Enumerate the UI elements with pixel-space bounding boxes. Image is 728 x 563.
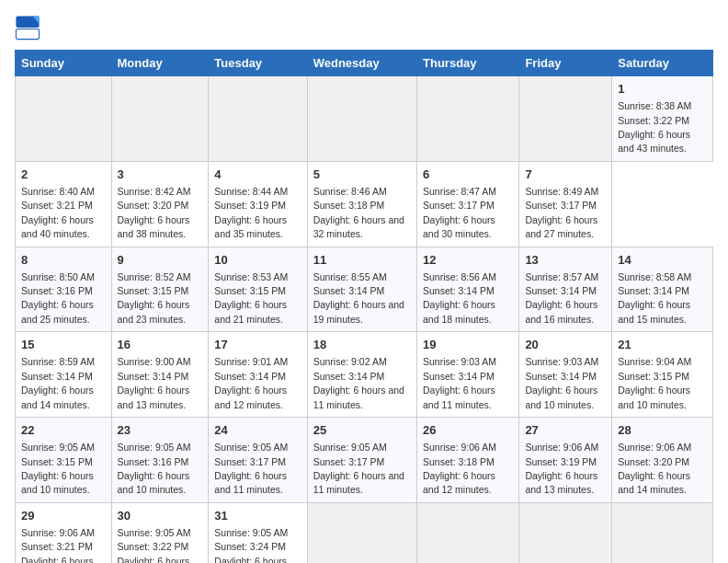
day-cell-19: 19Sunrise: 9:03 AMSunset: 3:14 PMDayligh… <box>417 332 519 418</box>
header-thursday: Thursday <box>417 51 519 76</box>
empty-cell-w5-4 <box>417 502 519 563</box>
week-row-6: 29Sunrise: 9:06 AMSunset: 3:21 PMDayligh… <box>16 502 713 563</box>
empty-cell-w5-5 <box>519 502 612 563</box>
empty-cell-w0-0 <box>16 76 112 162</box>
day-cell-30: 30Sunrise: 9:05 AMSunset: 3:22 PMDayligh… <box>111 502 209 563</box>
svg-rect-1 <box>16 29 39 39</box>
week-row-1: 1Sunrise: 8:38 AMSunset: 3:22 PMDaylight… <box>16 76 713 162</box>
day-cell-2: 2Sunrise: 8:40 AMSunset: 3:21 PMDaylight… <box>16 161 112 247</box>
week-row-4: 15Sunrise: 8:59 AMSunset: 3:14 PMDayligh… <box>16 332 713 418</box>
header-sunday: Sunday <box>16 51 112 76</box>
day-cell-14: 14Sunrise: 8:58 AMSunset: 3:14 PMDayligh… <box>612 247 713 332</box>
day-cell-29: 29Sunrise: 9:06 AMSunset: 3:21 PMDayligh… <box>16 502 112 563</box>
empty-cell-w5-6 <box>612 502 713 563</box>
calendar-body: 1Sunrise: 8:38 AMSunset: 3:22 PMDaylight… <box>16 76 713 564</box>
header-wednesday: Wednesday <box>307 51 416 76</box>
week-row-5: 22Sunrise: 9:05 AMSunset: 3:15 PMDayligh… <box>16 418 713 503</box>
day-cell-21: 21Sunrise: 9:04 AMSunset: 3:15 PMDayligh… <box>612 332 713 418</box>
day-cell-28: 28Sunrise: 9:06 AMSunset: 3:20 PMDayligh… <box>612 418 713 503</box>
day-cell-17: 17Sunrise: 9:01 AMSunset: 3:14 PMDayligh… <box>209 332 307 418</box>
day-cell-25: 25Sunrise: 9:05 AMSunset: 3:17 PMDayligh… <box>307 418 416 503</box>
day-cell-20: 20Sunrise: 9:03 AMSunset: 3:14 PMDayligh… <box>519 332 612 418</box>
day-cell-27: 27Sunrise: 9:06 AMSunset: 3:19 PMDayligh… <box>519 418 612 503</box>
header-row: SundayMondayTuesdayWednesdayThursdayFrid… <box>16 51 713 76</box>
day-cell-8: 8Sunrise: 8:50 AMSunset: 3:16 PMDaylight… <box>16 247 112 332</box>
header-tuesday: Tuesday <box>209 51 307 76</box>
empty-cell-w0-2 <box>209 76 307 162</box>
day-cell-5: 5Sunrise: 8:46 AMSunset: 3:18 PMDaylight… <box>307 161 416 247</box>
day-cell-13: 13Sunrise: 8:57 AMSunset: 3:14 PMDayligh… <box>519 247 612 332</box>
logo <box>15 15 44 40</box>
header-monday: Monday <box>111 51 209 76</box>
header-friday: Friday <box>519 51 612 76</box>
day-cell-18: 18Sunrise: 9:02 AMSunset: 3:14 PMDayligh… <box>307 332 416 418</box>
day-cell-15: 15Sunrise: 8:59 AMSunset: 3:14 PMDayligh… <box>16 332 112 418</box>
day-cell-24: 24Sunrise: 9:05 AMSunset: 3:17 PMDayligh… <box>209 418 307 503</box>
day-cell-12: 12Sunrise: 8:56 AMSunset: 3:14 PMDayligh… <box>417 247 519 332</box>
day-cell-6: 6Sunrise: 8:47 AMSunset: 3:17 PMDaylight… <box>417 161 519 247</box>
day-cell-4: 4Sunrise: 8:44 AMSunset: 3:19 PMDaylight… <box>209 161 307 247</box>
page-header <box>15 15 713 40</box>
day-cell-9: 9Sunrise: 8:52 AMSunset: 3:15 PMDaylight… <box>111 247 209 332</box>
empty-cell-w0-4 <box>417 76 519 162</box>
day-cell-31: 31Sunrise: 9:05 AMSunset: 3:24 PMDayligh… <box>209 502 307 563</box>
empty-cell-w0-1 <box>111 76 209 162</box>
header-saturday: Saturday <box>612 51 713 76</box>
day-cell-22: 22Sunrise: 9:05 AMSunset: 3:15 PMDayligh… <box>16 418 112 503</box>
day-cell-26: 26Sunrise: 9:06 AMSunset: 3:18 PMDayligh… <box>417 418 519 503</box>
day-cell-3: 3Sunrise: 8:42 AMSunset: 3:20 PMDaylight… <box>111 161 209 247</box>
day-cell-16: 16Sunrise: 9:00 AMSunset: 3:14 PMDayligh… <box>111 332 209 418</box>
calendar-table: SundayMondayTuesdayWednesdayThursdayFrid… <box>15 50 713 563</box>
day-cell-23: 23Sunrise: 9:05 AMSunset: 3:16 PMDayligh… <box>111 418 209 503</box>
week-row-2: 2Sunrise: 8:40 AMSunset: 3:21 PMDaylight… <box>16 161 713 247</box>
day-cell-7: 7Sunrise: 8:49 AMSunset: 3:17 PMDaylight… <box>519 161 612 247</box>
day-cell-10: 10Sunrise: 8:53 AMSunset: 3:15 PMDayligh… <box>209 247 307 332</box>
empty-cell-w5-3 <box>307 502 416 563</box>
calendar-header: SundayMondayTuesdayWednesdayThursdayFrid… <box>16 51 713 76</box>
empty-cell-w0-5 <box>519 76 612 162</box>
logo-icon <box>15 15 40 40</box>
week-row-3: 8Sunrise: 8:50 AMSunset: 3:16 PMDaylight… <box>16 247 713 332</box>
day-cell-11: 11Sunrise: 8:55 AMSunset: 3:14 PMDayligh… <box>307 247 416 332</box>
day-cell-1: 1Sunrise: 8:38 AMSunset: 3:22 PMDaylight… <box>612 76 713 162</box>
empty-cell-w0-3 <box>307 76 416 162</box>
